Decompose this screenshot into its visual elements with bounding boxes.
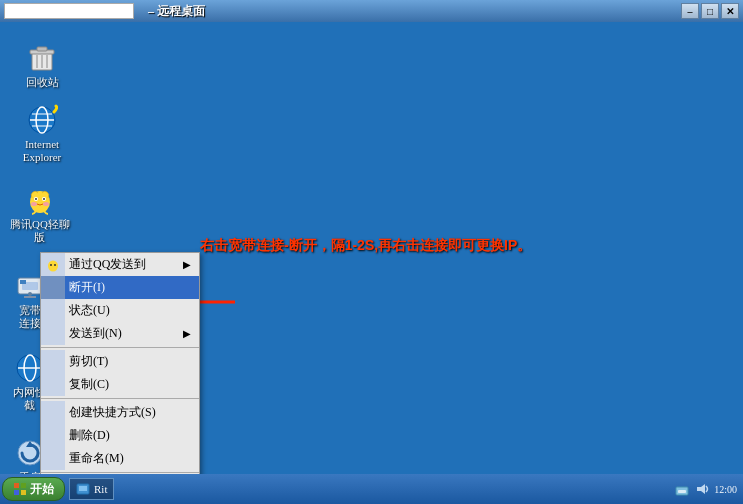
qq-icon[interactable]: 腾讯QQ轻聊版	[8, 184, 72, 244]
svg-rect-34	[14, 483, 19, 488]
context-disconnect-label: 断开(I)	[69, 279, 105, 296]
ie-label: InternetExplorer	[23, 138, 61, 164]
title-bar-buttons: – □ ✕	[681, 3, 739, 19]
svg-rect-37	[21, 490, 26, 495]
volume-tray-icon	[694, 481, 710, 497]
context-status-label: 状态(U)	[69, 302, 110, 319]
start-icon	[13, 482, 27, 496]
ie-icon[interactable]: InternetExplorer	[10, 104, 74, 164]
title-bar-input[interactable]	[4, 3, 134, 19]
title-bar-left: – 远程桌面	[4, 3, 205, 20]
broadband-label: 宽带连接	[19, 304, 41, 330]
taskbar-item-label: Rit	[94, 483, 107, 495]
svg-point-15	[35, 198, 37, 200]
svg-rect-35	[21, 483, 26, 488]
context-rename-label: 重命名(M)	[69, 450, 124, 467]
svg-point-21	[28, 292, 32, 296]
network-tray-icon	[674, 481, 690, 497]
context-cut-label: 剪切(T)	[69, 353, 108, 370]
context-menu-item-copy[interactable]: 复制(C)	[41, 373, 199, 396]
context-delete-label: 删除(D)	[69, 427, 110, 444]
taskbar-items: Rit	[65, 478, 670, 500]
context-qq-send-label: 通过QQ发送到	[69, 256, 146, 273]
taskbar: 开始 Rit 12:00	[0, 474, 743, 504]
svg-point-31	[48, 260, 58, 271]
svg-rect-23	[20, 280, 26, 284]
recycle-bin-label: 回收站	[26, 76, 59, 89]
title-bar: – 远程桌面 – □ ✕	[0, 0, 743, 22]
recycle-bin-icon[interactable]: 回收站	[10, 42, 74, 89]
context-create-shortcut-label: 创建快捷方式(S)	[69, 404, 156, 421]
taskbar-tray: 12:00	[670, 481, 741, 497]
svg-point-18	[43, 202, 49, 206]
context-sendto-arrow: ▶	[183, 328, 191, 339]
context-sendto-label: 发送到(N)	[69, 325, 122, 342]
start-button[interactable]: 开始	[2, 477, 65, 501]
taskbar-item-rit[interactable]: Rit	[69, 478, 114, 500]
start-label: 开始	[30, 481, 54, 498]
context-menu-item-create-shortcut[interactable]: 创建快捷方式(S)	[41, 401, 199, 424]
context-menu-item-status[interactable]: 状态(U)	[41, 299, 199, 322]
context-copy-label: 复制(C)	[69, 376, 109, 393]
annotation-text: 右击宽带连接-断开，隔1-2S,再右击连接即可更换IP。	[200, 237, 531, 255]
separator-2	[41, 398, 199, 399]
title-bar-title: – 远程桌面	[148, 3, 205, 20]
separator-3	[41, 472, 199, 473]
context-qq-send-arrow: ▶	[183, 259, 191, 270]
svg-rect-36	[14, 490, 19, 495]
tray-time: 12:00	[714, 484, 737, 495]
maximize-button[interactable]: □	[701, 3, 719, 19]
context-menu-item-qq-send[interactable]: 通过QQ发送到 ▶	[41, 253, 199, 276]
separator-1	[41, 347, 199, 348]
annotation: 右击宽带连接-断开，隔1-2S,再右击连接即可更换IP。	[200, 237, 531, 255]
svg-marker-42	[697, 484, 705, 494]
qq-label: 腾讯QQ轻聊版	[10, 218, 70, 244]
taskbar-item-icon	[76, 482, 90, 496]
context-menu-item-sendto[interactable]: 发送到(N) ▶	[41, 322, 199, 345]
svg-rect-2	[37, 47, 47, 51]
ie-image	[26, 104, 58, 136]
close-button[interactable]: ✕	[721, 3, 739, 19]
context-menu: 通过QQ发送到 ▶ 断开(I) 状态(U) 发送到(N) ▶ 剪切(T)	[40, 252, 200, 499]
context-menu-item-delete[interactable]: 删除(D)	[41, 424, 199, 447]
svg-point-32	[50, 264, 52, 266]
svg-rect-39	[79, 486, 87, 491]
svg-point-16	[43, 198, 45, 200]
qq-image	[24, 184, 56, 216]
svg-rect-22	[24, 296, 36, 298]
svg-point-33	[54, 264, 56, 266]
svg-rect-41	[678, 490, 686, 493]
desktop: 回收站 InternetExplorer	[0, 22, 743, 504]
context-menu-item-disconnect[interactable]: 断开(I)	[41, 276, 199, 299]
minimize-button[interactable]: –	[681, 3, 699, 19]
recycle-bin-image	[26, 42, 58, 74]
svg-point-17	[31, 202, 37, 206]
context-menu-item-rename[interactable]: 重命名(M)	[41, 447, 199, 470]
context-menu-item-cut[interactable]: 剪切(T)	[41, 350, 199, 373]
